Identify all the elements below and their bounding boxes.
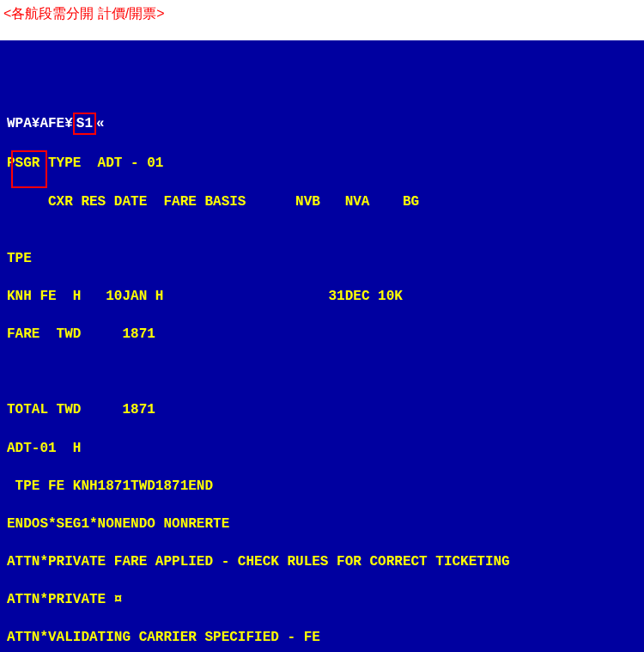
endos-line: ENDOS*SEG1*NONENDO NONRERTE [7,515,637,533]
cmd-prefix: WPA¥AFE¥ [7,116,73,131]
total-line: TOTAL TWD 1871 [7,400,637,419]
attn-private-fare: ATTN*PRIVATE FARE APPLIED - CHECK RULES … [7,552,637,571]
adt-line: ADT-01 H [7,439,637,458]
segment-indicator-highlight: S1 [73,113,96,135]
header-note: <各航段需分開 計價/開票> [0,0,644,40]
command-line-1: WPA¥AFE¥S1« [7,113,637,135]
attn-validating-carrier: ATTN*VALIDATING CARRIER SPECIFIED - FE [7,628,637,647]
fare-line: FARE TWD 1871 [7,325,637,344]
segment-block-1: WPA¥AFE¥S1« PSGR TYPE ADT - 01 CXR RES D… [7,94,637,652]
route-highlight-box [11,150,47,188]
dest-code: KNH [7,289,32,304]
origin-line: TPE [7,249,637,268]
destination-line: KNH FE H 10JAN H 31DEC 10K [7,287,637,306]
column-headers: CXR RES DATE FARE BASIS NVB NVA BG [7,192,637,211]
fare-calc-line: TPE FE KNH1871TWD1871END [7,477,637,496]
terminal-screen: WPA¥AFE¥S1« PSGR TYPE ADT - 01 CXR RES D… [0,40,644,652]
blank-line [7,363,637,381]
cmd-suffix: « [96,116,105,131]
attn-private: ATTN*PRIVATE ¤ [7,590,637,609]
dest-rest: FE H 10JAN H 31DEC 10K [32,289,403,304]
psgr-type-line: PSGR TYPE ADT - 01 [7,154,637,173]
